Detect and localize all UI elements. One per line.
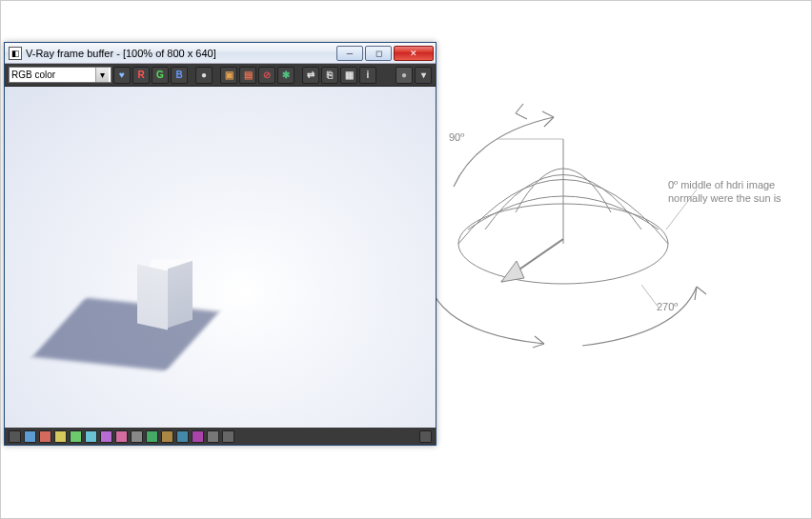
- bottom-tool-15[interactable]: [222, 430, 234, 443]
- svg-line-2: [666, 190, 697, 230]
- svg-point-0: [458, 204, 668, 284]
- bottom-tool-4[interactable]: [54, 430, 67, 443]
- swap-button[interactable]: ⇄: [302, 67, 319, 84]
- save-button[interactable]: ▣: [220, 67, 237, 84]
- vray-frame-buffer-window: ◧ V-Ray frame buffer - [100% of 800 x 64…: [4, 42, 436, 446]
- bottom-tool-11[interactable]: [161, 430, 173, 443]
- svg-line-3: [641, 285, 659, 308]
- mono-button[interactable]: ●: [195, 67, 213, 84]
- refresh-button[interactable]: ✱: [277, 67, 294, 84]
- rendered-cube: [143, 261, 202, 351]
- menu-button[interactable]: ▾: [415, 67, 432, 84]
- bottom-tool-14[interactable]: [207, 430, 219, 443]
- channel-r-button[interactable]: R: [132, 67, 150, 84]
- link-button[interactable]: ⎘: [321, 67, 338, 84]
- top-toolbar: RGB color ▾ ♥ R G B ● ▣ ▤ ⊘ ✱ ⇄ ⎘ ▦ i ● …: [5, 64, 436, 87]
- bottom-tool-2[interactable]: [24, 430, 36, 443]
- clear-button[interactable]: ⊘: [258, 67, 275, 84]
- channel-b-button[interactable]: B: [171, 67, 188, 84]
- channel-dropdown[interactable]: RGB color ▾: [9, 67, 112, 83]
- label-90: 90º: [449, 130, 464, 144]
- grid-button[interactable]: ▦: [340, 67, 357, 84]
- channel-dropdown-label: RGB color: [11, 70, 55, 80]
- label-0-line2: normally were the sun is: [668, 191, 802, 205]
- window-controls: ─ ◻ ✕: [335, 46, 434, 61]
- channel-g-button[interactable]: G: [152, 67, 169, 84]
- cube-side-face: [168, 261, 193, 328]
- close-button[interactable]: ✕: [394, 46, 434, 61]
- region-button[interactable]: ●: [396, 67, 413, 84]
- app-icon: ◧: [9, 47, 22, 60]
- bottom-tool-5[interactable]: [70, 430, 82, 443]
- chevron-down-icon: ▾: [95, 68, 109, 82]
- bottom-tool-3[interactable]: [39, 430, 51, 443]
- favorite-button[interactable]: ♥: [113, 67, 131, 84]
- label-0-line1: 0º middle of hdri image: [668, 178, 802, 191]
- label-270: 270º: [657, 300, 678, 313]
- bottom-tool-6[interactable]: [85, 430, 97, 443]
- info-button[interactable]: i: [359, 67, 376, 84]
- bottom-toolbar: [5, 428, 436, 445]
- minimize-button[interactable]: ─: [336, 46, 363, 61]
- save2-button[interactable]: ▤: [239, 67, 256, 84]
- dome-svg: [411, 96, 792, 382]
- titlebar[interactable]: ◧ V-Ray frame buffer - [100% of 800 x 64…: [5, 43, 436, 64]
- cube-front-face: [137, 265, 168, 330]
- bottom-tool-12[interactable]: [176, 430, 189, 443]
- bottom-tool-last[interactable]: [419, 430, 432, 443]
- bottom-tool-9[interactable]: [131, 430, 143, 443]
- bottom-tool-8[interactable]: [115, 430, 128, 443]
- hdri-rotation-diagram: 90º 270º 0º middle of hdri image normall…: [411, 96, 792, 382]
- bottom-tool-10[interactable]: [146, 430, 158, 443]
- bottom-tool-7[interactable]: [100, 430, 112, 443]
- bottom-tool-13[interactable]: [192, 430, 204, 443]
- window-title: V-Ray frame buffer - [100% of 800 x 640]: [26, 48, 335, 59]
- maximize-button[interactable]: ◻: [365, 46, 392, 61]
- bottom-tool-1[interactable]: [9, 430, 21, 443]
- render-viewport[interactable]: [5, 87, 436, 428]
